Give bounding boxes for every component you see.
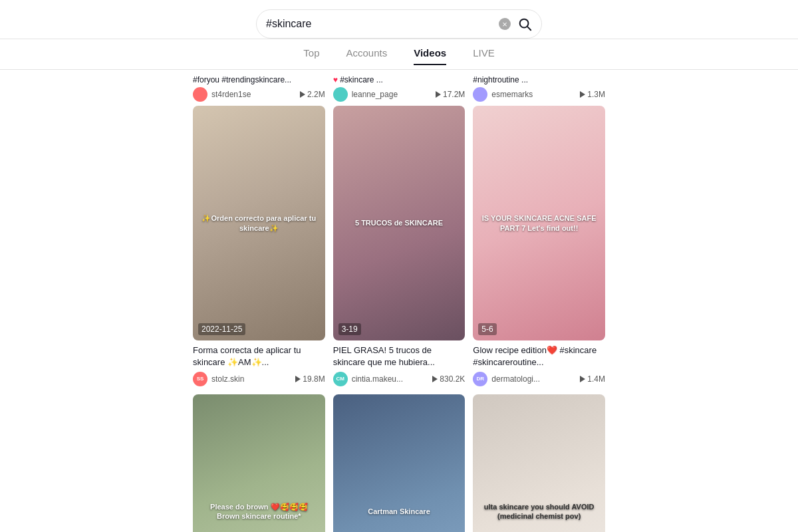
top-card-tags-1: #foryou #trendingskincare... xyxy=(193,75,325,84)
video-meta-2: CM cintia.makeu... 830.2K xyxy=(333,372,466,386)
thumb-overlay-3: IS YOUR SKINCARE ACNE SAFE PART 7 Let's … xyxy=(473,106,605,340)
video-thumb-1: ✨Orden correcto para aplicar tu skincare… xyxy=(193,106,325,340)
avatar-1 xyxy=(193,87,207,102)
tab-live[interactable]: LIVE xyxy=(473,47,495,65)
video-thumb-3: IS YOUR SKINCARE ACNE SAFE PART 7 Let's … xyxy=(473,106,605,340)
video-username-1: stolz.skin xyxy=(211,374,291,384)
thumb-overlay-4: Please do brown ❤️🥰🥰🥰 Brown skincare rou… xyxy=(193,394,325,532)
play-count-2: 17.2M xyxy=(436,90,465,99)
top-card-meta-2: leanne_page 17.2M xyxy=(333,87,466,102)
video-thumb-2: 5 TRUCOS de SKINCARE 3-19 xyxy=(333,106,466,340)
video-date-3: 5-6 xyxy=(478,323,496,335)
play-count-3: 1.3M xyxy=(580,90,605,99)
avatar-3 xyxy=(473,87,487,102)
avatar-2 xyxy=(333,87,348,102)
thumb-overlay-1: ✨Orden correcto para aplicar tu skincare… xyxy=(193,106,325,340)
video-thumb-5: Cartman Skincare 4-3 xyxy=(333,394,466,532)
video-avatar-3: DR xyxy=(473,372,487,386)
username-3: esmemarks xyxy=(491,90,576,99)
thumb-overlay-5: Cartman Skincare xyxy=(333,394,466,532)
video-row-1: ✨Orden correcto para aplicar tu skincare… xyxy=(193,106,605,386)
thumb-overlay-6: ulta skincare you should AVOID (medicina… xyxy=(473,394,605,532)
video-card-6[interactable]: ulta skincare you should AVOID (medicina… xyxy=(473,394,605,532)
search-button[interactable] xyxy=(517,17,532,31)
video-username-2: cintia.makeu... xyxy=(352,374,429,384)
top-partial-row: #foryou #trendingskincare... st4rden1se … xyxy=(193,74,605,102)
username-1: st4rden1se xyxy=(211,90,296,99)
video-thumb-4: Please do brown ❤️🥰🥰🥰 Brown skincare rou… xyxy=(193,394,325,532)
grid-container: #foryou #trendingskincare... st4rden1se … xyxy=(0,74,798,532)
video-date-1: 2022-11-25 xyxy=(198,323,245,335)
tab-accounts[interactable]: Accounts xyxy=(346,47,388,65)
video-username-3: dermatologi... xyxy=(491,374,576,384)
video-avatar-2: CM xyxy=(333,372,348,386)
top-card-2[interactable]: ♥ #skincare ... leanne_page 17.2M xyxy=(333,75,466,102)
thumb-overlay-2: 5 TRUCOS de SKINCARE xyxy=(333,106,466,340)
video-avatar-1: SS xyxy=(193,372,207,386)
video-card-1[interactable]: ✨Orden correcto para aplicar tu skincare… xyxy=(193,106,325,386)
video-row-2: Please do brown ❤️🥰🥰🥰 Brown skincare rou… xyxy=(193,394,605,532)
video-title-3: Glow recipe edition❤️ #skincare #skincar… xyxy=(473,344,605,368)
tab-top[interactable]: Top xyxy=(303,47,319,65)
video-title-1: Forma correcta de aplicar tu skincare ✨A… xyxy=(193,344,325,368)
top-card-meta-1: st4rden1se 2.2M xyxy=(193,87,325,102)
search-input[interactable] xyxy=(266,18,499,30)
tab-videos[interactable]: Videos xyxy=(414,47,446,65)
top-card-3[interactable]: #nightroutine ... esmemarks 1.3M xyxy=(473,75,605,102)
tabs-container: Top Accounts Videos LIVE xyxy=(0,39,798,70)
video-card-2[interactable]: 5 TRUCOS de SKINCARE 3-19 PIEL GRASA! 5 … xyxy=(333,106,466,386)
video-card-4[interactable]: Please do brown ❤️🥰🥰🥰 Brown skincare rou… xyxy=(193,394,325,532)
video-card-3[interactable]: IS YOUR SKINCARE ACNE SAFE PART 7 Let's … xyxy=(473,106,605,386)
video-date-2: 3-19 xyxy=(338,323,361,335)
video-card-5[interactable]: Cartman Skincare 4-3 Cartman Skincare ro… xyxy=(333,394,466,532)
play-count-1: 2.2M xyxy=(300,90,325,99)
play-icon-3 xyxy=(580,91,585,98)
play-icon-v3 xyxy=(580,376,585,382)
video-play-count-1: 19.8M xyxy=(295,374,325,384)
video-meta-1: SS stolz.skin 19.8M xyxy=(193,372,325,386)
clear-icon[interactable] xyxy=(499,18,511,30)
top-card-1[interactable]: #foryou #trendingskincare... st4rden1se … xyxy=(193,75,325,102)
play-icon-2 xyxy=(436,91,441,98)
video-thumb-6: ulta skincare you should AVOID (medicina… xyxy=(473,394,605,532)
video-title-2: PIEL GRASA! 5 trucos de skincare que me … xyxy=(333,344,466,368)
play-icon-v2 xyxy=(432,376,438,382)
video-meta-3: DR dermatologi... 1.4M xyxy=(473,372,605,386)
search-container xyxy=(0,0,798,39)
top-card-tags-3: #nightroutine ... xyxy=(473,75,605,84)
play-icon-v1 xyxy=(295,376,301,382)
username-2: leanne_page xyxy=(352,90,432,99)
svg-line-1 xyxy=(527,27,531,30)
top-card-tags-2: ♥ #skincare ... xyxy=(333,75,466,84)
search-bar xyxy=(256,9,542,39)
video-play-count-3: 1.4M xyxy=(580,374,605,384)
video-play-count-2: 830.2K xyxy=(432,374,465,384)
play-icon-1 xyxy=(300,91,305,98)
top-card-meta-3: esmemarks 1.3M xyxy=(473,87,605,102)
heart-icon-top: ♥ xyxy=(333,75,338,84)
